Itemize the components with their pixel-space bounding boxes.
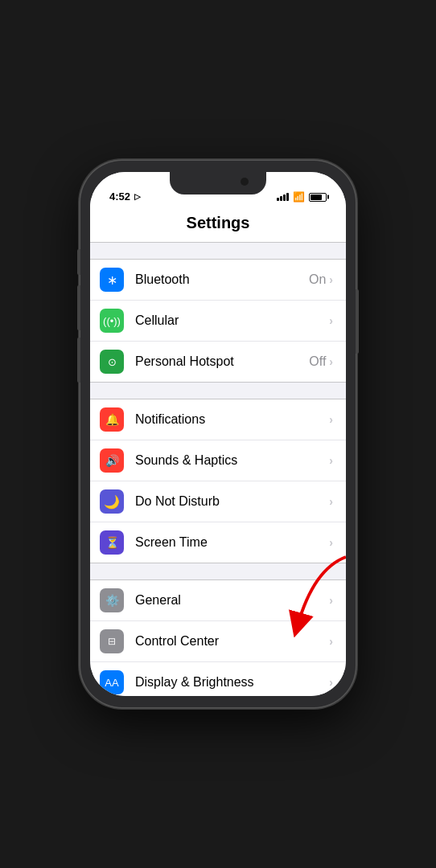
screentime-chevron: ›: [329, 536, 333, 549]
battery-icon: [309, 193, 327, 202]
hotspot-right: Off ›: [309, 354, 333, 369]
notch: [170, 172, 266, 194]
hotspot-content: Personal Hotspot Off ›: [135, 354, 333, 369]
status-right: 📶: [277, 191, 327, 203]
dnd-chevron: ›: [329, 495, 333, 508]
general-icon: ⚙️: [105, 594, 119, 607]
location-icon: ▷: [134, 192, 141, 201]
section-display: ⚙️ General › ⊟ Control Center: [90, 579, 346, 696]
bluetooth-icon-bg: ∗: [100, 268, 124, 292]
row-general[interactable]: ⚙️ General ›: [90, 580, 346, 621]
section-notifications: 🔔 Notifications › 🔊 Sounds & Haptics: [90, 399, 346, 563]
screentime-icon-bg: ⏳: [100, 530, 124, 555]
row-screentime[interactable]: ⏳ Screen Time ›: [90, 522, 346, 563]
dnd-icon-bg: 🌙: [100, 489, 124, 514]
dnd-right: ›: [329, 495, 333, 508]
controlcenter-icon: ⊟: [108, 636, 116, 647]
controlcenter-label: Control Center: [135, 634, 219, 649]
status-left: 4:52 ▷: [109, 190, 141, 203]
row-donotdisturb[interactable]: 🌙 Do Not Disturb ›: [90, 481, 346, 522]
phone-frame: 4:52 ▷ 📶 Settings: [80, 161, 356, 707]
notifications-icon-bg: 🔔: [100, 407, 124, 432]
sounds-content: Sounds & Haptics ›: [135, 453, 333, 468]
sounds-icon: 🔊: [105, 454, 119, 467]
hotspot-label: Personal Hotspot: [135, 354, 234, 369]
screentime-icon: ⏳: [105, 536, 119, 549]
dnd-content: Do Not Disturb ›: [135, 494, 333, 509]
row-cellular[interactable]: ((•)) Cellular ›: [90, 301, 346, 342]
controlcenter-icon-bg: ⊟: [100, 629, 124, 653]
screentime-content: Screen Time ›: [135, 535, 333, 550]
general-right: ›: [329, 594, 333, 607]
mute-button: [77, 249, 80, 275]
page-header: Settings: [90, 207, 346, 243]
row-bluetooth[interactable]: ∗ Bluetooth On ›: [90, 260, 346, 301]
display-content: Display & Brightness ›: [135, 675, 333, 690]
general-icon-bg: ⚙️: [100, 588, 124, 612]
notifications-right: ›: [329, 413, 333, 426]
bluetooth-chevron: ›: [329, 273, 333, 286]
row-controlcenter[interactable]: ⊟ Control Center ›: [90, 621, 346, 662]
sounds-chevron: ›: [329, 454, 333, 467]
time-display: 4:52: [109, 190, 130, 203]
display-icon-bg: AA: [100, 670, 124, 694]
row-displaybrightness[interactable]: AA Display & Brightness ›: [90, 662, 346, 696]
notifications-label: Notifications: [135, 412, 205, 427]
row-sounds[interactable]: 🔊 Sounds & Haptics ›: [90, 440, 346, 481]
general-chevron: ›: [329, 594, 333, 607]
cellular-right: ›: [329, 314, 333, 327]
wifi-icon: 📶: [293, 191, 305, 203]
volume-down-button: [77, 338, 80, 383]
moon-icon: 🌙: [104, 494, 120, 510]
bluetooth-right: On ›: [309, 272, 333, 287]
spacer-top: [90, 243, 346, 259]
display-icon: AA: [105, 677, 118, 689]
display-label: Display & Brightness: [135, 675, 254, 690]
bluetooth-label: Bluetooth: [135, 272, 190, 287]
signal-icon: [277, 193, 289, 201]
cellular-icon: ((•)): [103, 315, 121, 327]
bluetooth-icon: ∗: [107, 272, 117, 288]
camera-dot: [241, 178, 249, 186]
cellular-chevron: ›: [329, 314, 333, 327]
settings-list[interactable]: ∗ Bluetooth On › ((•)): [90, 243, 346, 696]
screentime-right: ›: [329, 536, 333, 549]
hotspot-chevron: ›: [329, 355, 333, 368]
bluetooth-content: Bluetooth On ›: [135, 272, 333, 287]
display-chevron: ›: [329, 676, 333, 689]
phone-screen: 4:52 ▷ 📶 Settings: [90, 172, 346, 696]
dnd-label: Do Not Disturb: [135, 494, 220, 509]
general-content: General ›: [135, 593, 333, 608]
general-label: General: [135, 593, 181, 608]
bluetooth-value: On: [309, 272, 326, 287]
controlcenter-content: Control Center ›: [135, 634, 333, 649]
screentime-label: Screen Time: [135, 535, 208, 550]
volume-up-button: [77, 285, 80, 330]
power-button: [356, 289, 359, 354]
sounds-icon-bg: 🔊: [100, 448, 124, 473]
notifications-chevron: ›: [329, 413, 333, 426]
notifications-content: Notifications ›: [135, 412, 333, 427]
sounds-label: Sounds & Haptics: [135, 453, 237, 468]
hotspot-icon-bg: ⊙: [100, 350, 124, 374]
cellular-label: Cellular: [135, 313, 179, 328]
row-hotspot[interactable]: ⊙ Personal Hotspot Off ›: [90, 342, 346, 382]
controlcenter-chevron: ›: [329, 635, 333, 648]
hotspot-icon: ⊙: [108, 356, 117, 368]
sounds-right: ›: [329, 454, 333, 467]
cellular-icon-bg: ((•)): [100, 309, 124, 333]
row-notifications[interactable]: 🔔 Notifications ›: [90, 399, 346, 440]
hotspot-value: Off: [309, 354, 326, 369]
notifications-icon: 🔔: [105, 413, 119, 426]
controlcenter-right: ›: [329, 635, 333, 648]
cellular-content: Cellular ›: [135, 313, 333, 328]
section-connectivity: ∗ Bluetooth On › ((•)): [90, 259, 346, 383]
page-title: Settings: [103, 214, 333, 232]
display-right: ›: [329, 676, 333, 689]
